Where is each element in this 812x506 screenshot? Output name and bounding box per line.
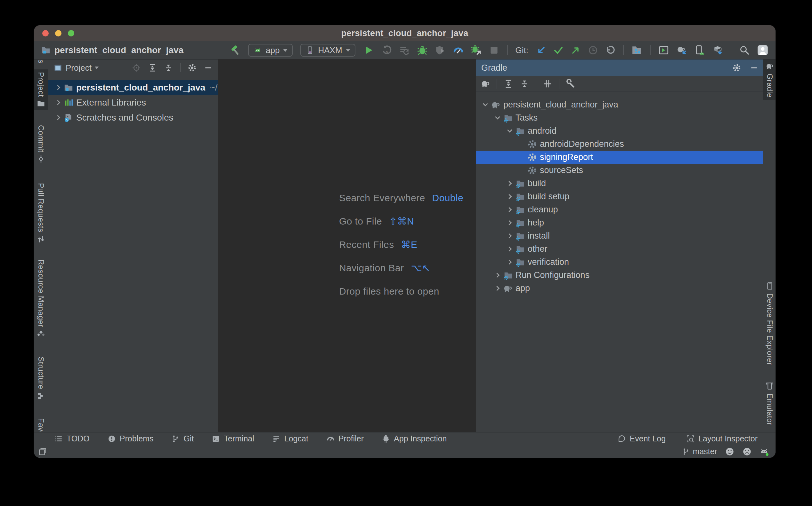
gradle-tree-row[interactable]: help (476, 216, 763, 229)
chevron-icon[interactable] (491, 273, 502, 277)
tab-layout-inspector[interactable]: Layout Inspector (686, 434, 758, 443)
debug-button[interactable] (417, 45, 428, 56)
gradle-sync-button[interactable] (676, 45, 687, 56)
chevron-icon[interactable] (504, 182, 515, 185)
chevron-icon[interactable] (504, 221, 515, 225)
chevron-icon[interactable] (504, 247, 515, 251)
gradle-tree-row[interactable]: app (476, 282, 763, 295)
minimize-window-button[interactable] (55, 30, 62, 36)
editor-area[interactable]: Search Everywhere Double Go to File ⇧⌘N … (218, 60, 476, 432)
gradle-tree-row[interactable]: android (476, 124, 763, 138)
search-everywhere-button[interactable] (739, 45, 749, 55)
device-select[interactable]: HAXM (300, 44, 355, 57)
gradle-tree-row[interactable]: signingReport (476, 151, 763, 164)
toolwindow-structure[interactable]: Structure (34, 354, 48, 403)
gradle-tree-row[interactable]: verification (476, 256, 763, 269)
tree-row[interactable]: Scratches and Consoles (48, 110, 218, 125)
chevron-icon[interactable] (52, 101, 63, 104)
gradle-tree-row[interactable]: other (476, 242, 763, 256)
gradle-tree-row[interactable]: persistent_cloud_anchor_java (476, 98, 763, 111)
gradle-wrench-button[interactable] (566, 79, 576, 89)
tree-row[interactable]: persistent_cloud_anchor_java ~/ (48, 80, 218, 95)
stop-button[interactable] (489, 45, 499, 56)
tab-todo[interactable]: TODO (54, 434, 90, 443)
settings-button[interactable] (188, 63, 197, 72)
chevron-icon[interactable] (479, 103, 490, 106)
toolwindow-device-file-explorer[interactable]: Device File Explorer (763, 279, 776, 368)
close-window-button[interactable] (42, 30, 49, 36)
gradle-tree-row[interactable]: install (476, 229, 763, 242)
hide-button[interactable] (204, 63, 213, 72)
profile-button[interactable] (453, 45, 464, 56)
chevron-icon[interactable] (52, 86, 63, 89)
run-anything-button[interactable] (658, 45, 669, 56)
push-button[interactable] (570, 45, 581, 55)
toolwindow-pull-requests[interactable]: Pull Requests (34, 180, 48, 246)
toolwindow-commit[interactable]: Commit (34, 122, 48, 166)
tab-profiler[interactable]: Profiler (326, 434, 364, 443)
toolwindow-switcher-icon[interactable] (39, 447, 47, 456)
zoom-window-button[interactable] (68, 30, 74, 36)
apply-changes-button[interactable] (381, 45, 392, 56)
chevron-icon[interactable] (491, 286, 502, 290)
gradle-tree-row[interactable]: sourceSets (476, 164, 763, 177)
tab-problems[interactable]: Problems (108, 434, 154, 443)
expand-all-button[interactable] (148, 63, 157, 72)
gradle-tree-row[interactable]: Tasks (476, 111, 763, 124)
breadcrumb[interactable]: persistent_cloud_anchor_java (41, 45, 184, 55)
update-project-button[interactable] (536, 45, 546, 55)
toolwindow-gradle[interactable]: Gradle (763, 60, 776, 100)
toolwindow-project[interactable]: Project (34, 69, 48, 110)
gradle-tree-row[interactable]: build setup (476, 190, 763, 203)
gradle-settings-button[interactable] (732, 63, 741, 72)
tab-app-inspection[interactable]: App Inspection (382, 434, 447, 443)
gradle-tree-row[interactable]: Run Configurations (476, 269, 763, 282)
chevron-icon[interactable] (52, 116, 63, 119)
emulator-status-icon[interactable] (759, 447, 769, 456)
history-button[interactable] (588, 45, 598, 55)
chevron-icon[interactable] (504, 195, 515, 198)
feedback-positive-button[interactable] (725, 447, 735, 456)
profile-or-debug-apk-button[interactable] (435, 45, 446, 56)
chevron-down-icon[interactable] (95, 67, 98, 69)
tree-row[interactable]: External Libraries (48, 95, 218, 110)
attach-debugger-button[interactable] (471, 45, 482, 56)
build-button[interactable] (229, 45, 241, 56)
gradle-tree-row[interactable]: build (476, 177, 763, 190)
expand-all-button[interactable] (504, 79, 513, 89)
project-panel-title[interactable]: Project (66, 63, 91, 73)
tab-event-log[interactable]: Event Log (618, 434, 666, 443)
user-avatar[interactable] (757, 45, 768, 56)
gradle-panel-header[interactable]: Gradle (476, 60, 763, 76)
reload-gradle-button[interactable] (481, 79, 490, 89)
toolwindow-emulator[interactable]: Emulator (763, 380, 776, 428)
apply-code-changes-button[interactable] (399, 45, 410, 56)
run-button[interactable] (363, 45, 374, 56)
commit-button[interactable] (553, 45, 563, 55)
toggle-offline-button[interactable] (543, 79, 552, 89)
stripe-item-partial[interactable]: s (37, 60, 45, 64)
rollback-button[interactable] (605, 45, 615, 55)
chevron-icon[interactable] (504, 129, 515, 133)
chevron-icon[interactable] (491, 116, 502, 119)
chevron-icon[interactable] (504, 260, 515, 264)
gradle-tree-row[interactable]: cleanup (476, 203, 763, 216)
collapse-all-button[interactable] (164, 63, 173, 72)
gradle-tree-row[interactable]: androidDependencies (476, 138, 763, 151)
feedback-negative-button[interactable] (742, 447, 752, 456)
run-configuration-select[interactable]: app (248, 44, 293, 57)
hide-gradle-button[interactable] (750, 63, 758, 72)
chevron-icon[interactable] (504, 208, 515, 212)
locate-button[interactable] (132, 63, 141, 72)
project-tree: persistent_cloud_anchor_java ~/ External… (48, 76, 218, 125)
collapse-all-button[interactable] (520, 79, 529, 89)
sdk-manager-button[interactable] (712, 45, 723, 56)
tab-git[interactable]: Git (171, 434, 194, 443)
chevron-icon[interactable] (504, 234, 515, 238)
tab-logcat[interactable]: Logcat (272, 434, 308, 443)
git-branch-widget[interactable]: master (682, 447, 717, 456)
tab-terminal[interactable]: Terminal (212, 434, 254, 443)
toolwindow-resource-manager[interactable]: Resource Manager (34, 257, 48, 341)
project-structure-button[interactable] (631, 45, 642, 56)
device-manager-button[interactable] (694, 45, 705, 56)
